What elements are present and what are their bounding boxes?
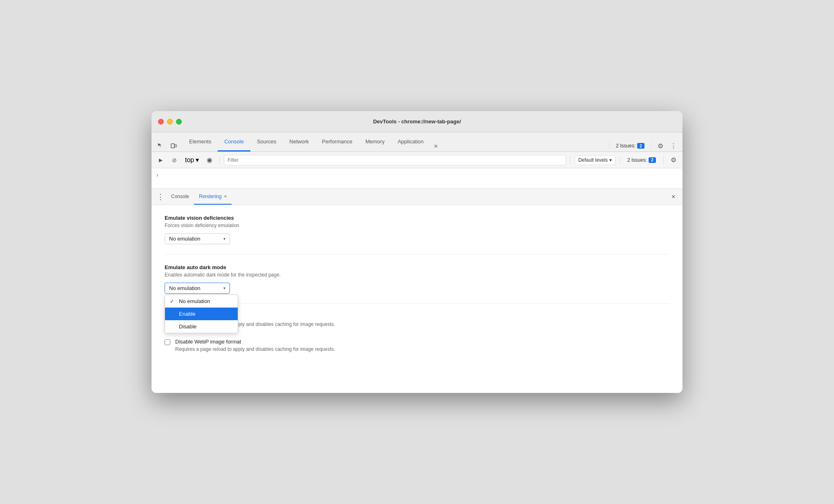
drawer-tab-console[interactable]: Console [166,189,194,205]
dropdown-item-no-emulation[interactable]: ✓ No emulation [165,295,238,308]
webp-checkbox[interactable] [165,339,170,345]
tab-performance[interactable]: Performance [315,132,359,152]
context-selector[interactable]: top ▾ [183,155,201,165]
more-tabs-button[interactable]: » [430,140,442,152]
rendering-content: Emulate vision deficiencies Forces visio… [152,205,682,393]
vision-deficiency-dropdown[interactable]: No emulation ▾ [165,233,230,244]
run-script-button[interactable]: ▶ [155,154,166,166]
svg-rect-1 [175,145,176,147]
toolbar-divider [219,156,220,164]
divider2 [651,142,651,150]
svg-rect-0 [171,144,174,148]
checkmark-icon: ✓ [170,299,176,304]
drawer-tab-menu-button[interactable]: ⋮ [155,191,166,203]
console-toolbar: ▶ ⊘ top ▾ ◉ Default levels ▾ 2 Issues: 2… [152,152,682,168]
auto-dark-mode-dropdown[interactable]: No emulation ▾ [165,283,230,294]
maximize-button[interactable] [176,119,182,125]
dropdown-arrow-icon2: ▾ [223,286,225,290]
image-format-section: Disable AVIF image format Requires a pag… [165,314,669,373]
issues-count-badge: 2 [637,143,644,149]
auto-dark-mode-dropdown-menu: ✓ No emulation Enable Disable [165,294,238,333]
window-title: DevTools - chrome://new-tab-page/ [373,118,461,125]
issues-button[interactable]: 2 Issues: 2 [613,141,648,150]
auto-dark-mode-title: Emulate auto dark mode [165,264,669,270]
tab-application[interactable]: Application [391,132,430,152]
drawer-tabs: ⋮ Console Rendering × × [152,189,682,205]
divider [609,142,609,150]
chevron-down-icon: ▾ [196,156,199,164]
webp-desc: Requires a page reload to apply and disa… [175,346,335,352]
tab-console[interactable]: Console [218,132,250,152]
device-toolbar-button[interactable] [168,140,179,152]
drawer-tab-rendering[interactable]: Rendering × [194,189,232,205]
dropdown-item-disable[interactable]: Disable [165,320,238,333]
toolbar-divider2 [570,156,571,164]
title-bar: DevTools - chrome://new-tab-page/ [152,111,682,132]
close-button[interactable] [158,119,164,125]
tab-memory[interactable]: Memory [359,132,391,152]
toolbar-divider4 [663,156,664,164]
webp-label-wrap: Disable WebP image format Requires a pag… [175,339,335,357]
more-menu-button[interactable]: ⋮ [668,140,679,152]
inspect-element-button[interactable] [155,140,166,152]
close-rendering-tab-button[interactable]: × [224,194,227,199]
tab-network[interactable]: Network [283,132,316,152]
toolbar-right: 2 Issues: 2 ⚙ ⋮ [607,140,679,152]
settings-button[interactable]: ⚙ [655,140,666,152]
devtools-window: DevTools - chrome://new-tab-page/ Elemen… [152,111,682,393]
context-label: top [185,156,194,164]
drawer: ⋮ Console Rendering × × Emulate vision d… [152,189,682,393]
toolbar-divider3 [620,156,620,164]
console-issues-button[interactable]: 2 Issues: 2 [624,156,659,165]
vision-deficiency-title: Emulate vision deficiencies [165,215,669,221]
nav-tabs: Elements Console Sources Network Perform… [183,132,607,152]
auto-dark-mode-section: Emulate auto dark mode Enables automatic… [165,264,669,304]
vision-deficiency-dropdown-wrapper: No emulation ▾ [165,233,230,244]
tab-sources[interactable]: Sources [250,132,283,152]
clear-console-button[interactable]: ⊘ [169,154,180,166]
webp-checkbox-section: Disable WebP image format Requires a pag… [165,339,669,357]
log-levels-button[interactable]: Default levels ▾ [575,155,615,165]
vision-deficiency-section: Emulate vision deficiencies Forces visio… [165,215,669,254]
tab-bar: Elements Console Sources Network Perform… [152,132,682,152]
vision-deficiency-desc: Forces vision deficiency emulation [165,223,669,228]
webp-title: Disable WebP image format [175,339,335,345]
dropdown-item-enable[interactable]: Enable [165,308,238,320]
close-drawer-button[interactable]: × [668,191,679,203]
minimize-button[interactable] [167,119,173,125]
toolbar-left [155,140,183,152]
auto-dark-mode-desc: Enables automatic dark mode for the insp… [165,272,669,278]
chevron-down-icon2: ▾ [609,157,612,163]
avif-checkbox-section: Disable AVIF image format Requires a pag… [165,314,669,332]
issues-label: 2 Issues: [616,143,636,149]
eye-button[interactable]: ◉ [204,154,215,166]
auto-dark-mode-dropdown-wrapper: No emulation ▾ ✓ No emulation Enable [165,283,230,294]
console-area: › [152,168,682,189]
filter-input[interactable] [224,155,566,165]
dropdown-arrow-icon: ▾ [223,236,225,241]
console-issues-badge: 2 [649,157,656,163]
console-prompt-icon[interactable]: › [156,172,158,178]
traffic-lights [158,119,182,125]
console-settings-button[interactable]: ⚙ [668,154,679,166]
tab-elements[interactable]: Elements [183,132,218,152]
